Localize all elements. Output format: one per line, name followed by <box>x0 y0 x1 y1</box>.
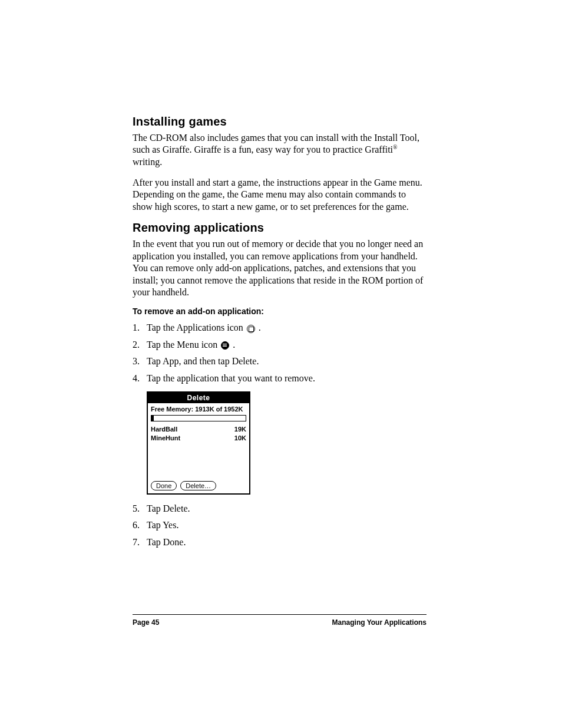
paragraph: In the event that you run out of memory … <box>133 238 427 298</box>
step-number: 4. <box>133 373 140 384</box>
step-5: 5. Tap Delete. <box>133 503 427 515</box>
heading-removing-applications: Removing applications <box>133 221 427 235</box>
paragraph: The CD-ROM also includes games that you … <box>133 132 427 169</box>
delete-button: Delete… <box>180 481 216 490</box>
step-text: . <box>259 322 261 332</box>
procedure-list-part-2: 5. Tap Delete. 6. Tap Yes. 7. Tap Done. <box>133 503 427 548</box>
step-text: Tap Delete. <box>147 503 190 513</box>
step-number: 7. <box>133 536 140 548</box>
registered-symbol: ® <box>393 144 398 150</box>
text: The CD-ROM also includes games that you … <box>133 133 419 155</box>
app-size: 19K <box>234 425 246 433</box>
dialog-buttons: Done Delete… <box>151 481 246 490</box>
applications-icon <box>247 325 255 333</box>
procedure-list-part-1: 1. Tap the Applications icon . 2. Tap th… <box>133 322 427 384</box>
step-text: . <box>233 340 235 350</box>
step-text: Tap Done. <box>147 537 186 547</box>
free-memory-label: Free Memory: 1913K of 1952K <box>151 406 246 413</box>
step-number: 6. <box>133 519 140 531</box>
page-footer: Page 45 Managing Your Applications <box>133 614 427 627</box>
paragraph: After you install and start a game, the … <box>133 177 427 213</box>
step-2: 2. Tap the Menu icon . <box>133 339 427 351</box>
step-text: Tap App, and then tap Delete. <box>147 356 259 366</box>
step-4: 4. Tap the application that you want to … <box>133 373 427 384</box>
text: writing. <box>133 157 162 167</box>
step-6: 6. Tap Yes. <box>133 519 427 531</box>
step-number: 1. <box>133 322 140 334</box>
footer-row: Page 45 Managing Your Applications <box>133 618 427 627</box>
app-row: HardBall 19K <box>151 425 246 433</box>
app-name: HardBall <box>151 425 177 433</box>
memory-bar-used <box>151 416 154 421</box>
step-number: 3. <box>133 355 140 367</box>
step-7: 7. Tap Done. <box>133 536 427 548</box>
spacer <box>151 442 246 479</box>
app-name: MineHunt <box>151 434 180 442</box>
procedure-title: To remove an add-on application: <box>133 307 427 316</box>
step-1: 1. Tap the Applications icon . <box>133 322 427 334</box>
app-size: 10K <box>234 434 246 442</box>
footer-rule <box>133 614 427 615</box>
menu-icon <box>221 341 229 350</box>
page-number: Page 45 <box>133 618 159 627</box>
dialog-body: Free Memory: 1913K of 1952K HardBall 19K… <box>148 403 249 493</box>
heading-installing-games: Installing games <box>133 115 427 129</box>
chapter-title: Managing Your Applications <box>332 618 427 627</box>
step-number: 5. <box>133 503 140 515</box>
step-text: Tap the application that you want to rem… <box>147 373 315 383</box>
step-number: 2. <box>133 339 140 351</box>
done-button: Done <box>151 481 177 490</box>
step-text: Tap Yes. <box>147 520 178 530</box>
memory-bar <box>151 415 246 421</box>
step-text: Tap the Applications icon <box>147 322 246 332</box>
dialog-title: Delete <box>148 393 249 403</box>
page-content: Installing games The CD-ROM also include… <box>0 0 562 548</box>
step-3: 3. Tap App, and then tap Delete. <box>133 355 427 367</box>
delete-dialog-screenshot: Delete Free Memory: 1913K of 1952K HardB… <box>147 391 250 495</box>
app-row: MineHunt 10K <box>151 434 246 442</box>
step-text: Tap the Menu icon <box>147 340 220 350</box>
